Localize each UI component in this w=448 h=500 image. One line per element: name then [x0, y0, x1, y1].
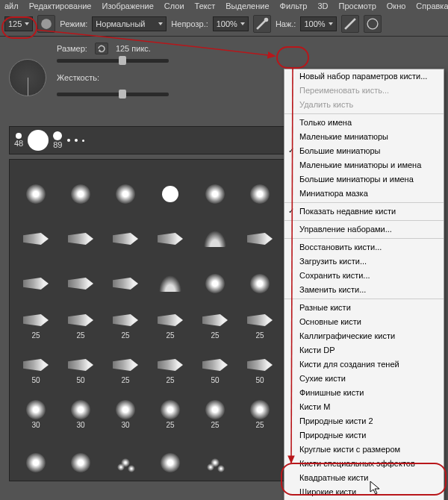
brush-preset[interactable]	[193, 433, 237, 476]
brush-preset[interactable]	[59, 209, 102, 252]
menu-item[interactable]: Большие миниатюры и имена	[284, 172, 444, 187]
menu-item[interactable]: Природные кисти 2	[284, 414, 444, 428]
flow-field[interactable]: 100%	[300, 16, 336, 31]
brush-preset[interactable]	[59, 433, 102, 476]
menu-item[interactable]: Кисти M	[284, 400, 444, 414]
recent-brush-size: 89	[53, 140, 62, 149]
menu-item[interactable]: Сохранить кисти...	[284, 269, 444, 283]
brush-preset[interactable]: 25	[14, 299, 57, 342]
menu-item[interactable]: Восстановить кисти...	[284, 240, 444, 254]
menu-item[interactable]: Новый набор параметров кисти...	[284, 69, 444, 84]
brush-preset[interactable]	[149, 164, 192, 207]
menu-3d[interactable]: 3D	[317, 1, 328, 10]
brush-preset[interactable]: 50	[238, 343, 281, 387]
recent-brush[interactable]	[53, 131, 62, 140]
brush-preset[interactable]: 25	[149, 388, 192, 431]
menu-edit[interactable]: Редактирование	[29, 1, 92, 10]
brush-preset[interactable]: 25	[193, 388, 237, 431]
pressure-size-icon[interactable]	[364, 15, 382, 33]
brush-preset[interactable]: 25	[104, 299, 147, 342]
brush-preset[interactable]	[238, 433, 281, 476]
brush-preset[interactable]	[149, 254, 192, 297]
brush-preset[interactable]	[14, 164, 57, 207]
brush-preset[interactable]	[193, 254, 237, 297]
menu-item[interactable]: Кисти специальных эффектов	[284, 457, 444, 471]
brush-preset[interactable]: 25	[149, 299, 192, 342]
menu-item[interactable]: Показать недавние кисти	[284, 204, 444, 219]
menu-item[interactable]: Маленькие миниатюры	[284, 130, 444, 144]
blend-mode-select[interactable]: Нормальный	[92, 16, 167, 31]
brush-preset[interactable]: 25	[149, 343, 192, 387]
brush-size-field[interactable]: 125	[4, 16, 33, 31]
menu-item[interactable]: Кисти для создания теней	[284, 357, 444, 372]
brush-preset[interactable]: 50	[14, 343, 57, 387]
menu-item[interactable]: Основные кисти	[284, 315, 444, 329]
brush-preset[interactable]	[238, 164, 281, 207]
menu-item[interactable]: Заменить кисти...	[284, 283, 444, 297]
menu-item[interactable]: Только имена	[284, 116, 444, 130]
brush-preset[interactable]	[193, 209, 237, 252]
brush-preset[interactable]: 30	[104, 388, 147, 431]
brush-preset[interactable]: 25	[193, 299, 237, 342]
recent-brush[interactable]	[67, 139, 70, 142]
menu-item[interactable]: Сухие кисти	[284, 372, 444, 386]
menu-item[interactable]: Большие миниатюры	[284, 144, 444, 158]
brush-preset[interactable]: 50	[59, 343, 102, 387]
brush-preset[interactable]	[59, 164, 102, 207]
menu-file[interactable]: айл	[4, 1, 19, 10]
brush-preset[interactable]: 25	[238, 299, 281, 342]
menu-item[interactable]: Маленькие миниатюры и имена	[284, 158, 444, 172]
menu-item[interactable]: Разные кисти	[284, 301, 444, 315]
menu-window[interactable]: Окно	[387, 1, 406, 10]
brush-preset[interactable]	[238, 254, 281, 297]
menu-item[interactable]: Природные кисти	[284, 428, 444, 443]
menu-item[interactable]: Миниатюра мазка	[284, 187, 444, 201]
hardness-slider[interactable]	[57, 93, 169, 96]
menu-item[interactable]: Каллиграфические кисти	[284, 329, 444, 343]
brush-preset[interactable]: 30	[59, 388, 102, 431]
brush-preset[interactable]	[104, 164, 147, 207]
brush-preset[interactable]: 25	[238, 388, 281, 431]
menu-item[interactable]: Круглые кисти с размером	[284, 443, 444, 457]
recent-brush[interactable]	[16, 133, 22, 139]
airbrush-icon[interactable]	[341, 15, 359, 33]
recent-brush[interactable]	[28, 130, 49, 151]
recent-brush[interactable]	[75, 139, 78, 142]
menu-view[interactable]: Просмотр	[339, 1, 376, 10]
menu-item[interactable]: Широкие кисти	[284, 485, 444, 499]
brush-preset[interactable]	[104, 433, 147, 476]
menu-filter[interactable]: Фильтр	[280, 1, 308, 10]
brush-preset[interactable]	[149, 433, 192, 476]
brush-preset[interactable]	[238, 209, 281, 252]
brush-preset[interactable]	[104, 254, 147, 297]
menu-select[interactable]: Выделение	[225, 1, 269, 10]
menu-item[interactable]: Управление наборами...	[284, 222, 444, 237]
brush-preset-icon[interactable]	[37, 15, 55, 33]
menu-help[interactable]: Справка	[416, 1, 448, 10]
brush-preset[interactable]: 50	[193, 343, 237, 387]
reset-size-icon[interactable]	[95, 43, 108, 54]
opacity-field[interactable]: 100%	[213, 16, 249, 31]
pressure-opacity-icon[interactable]	[253, 15, 271, 33]
brush-preset[interactable]: 25	[59, 299, 102, 342]
brush-preset[interactable]	[193, 164, 237, 207]
brush-preset[interactable]	[14, 433, 57, 476]
brush-preset[interactable]	[14, 209, 57, 252]
brush-angle-widget[interactable]	[9, 59, 46, 96]
brush-preset[interactable]: 25	[104, 343, 147, 387]
menu-image[interactable]: Изображение	[102, 1, 153, 10]
menu-layers[interactable]: Слои	[164, 1, 184, 10]
menu-item[interactable]: Квадратные кисти	[284, 471, 444, 485]
menu-text[interactable]: Текст	[195, 1, 216, 10]
svg-point-1	[264, 18, 269, 22]
brush-preset[interactable]	[14, 254, 57, 297]
brush-preset[interactable]: 30	[14, 388, 57, 431]
menu-item[interactable]: Загрузить кисти...	[284, 254, 444, 269]
menu-item[interactable]: Кисти DP	[284, 343, 444, 357]
brush-preset[interactable]	[59, 254, 102, 297]
size-slider[interactable]	[57, 59, 169, 63]
brush-preset[interactable]	[149, 209, 192, 252]
brush-preset[interactable]	[104, 209, 147, 252]
recent-brush[interactable]	[82, 140, 84, 142]
menu-item[interactable]: Финишные кисти	[284, 386, 444, 400]
